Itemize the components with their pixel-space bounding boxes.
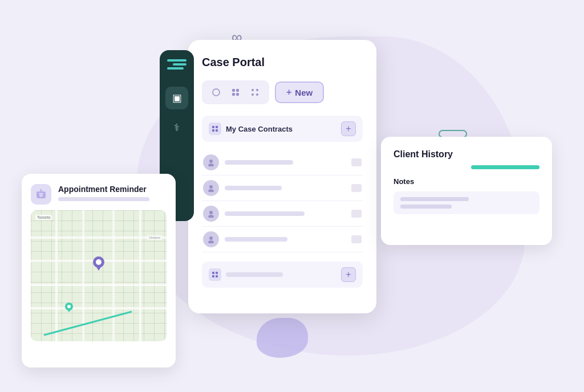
add-contract-button[interactable]: + — [341, 121, 356, 136]
street-v-1 — [55, 210, 58, 341]
svg-point-0 — [213, 89, 220, 96]
row-text-3 — [225, 211, 305, 216]
toolbar: + New — [202, 80, 363, 104]
svg-rect-12 — [216, 129, 218, 132]
svg-point-15 — [209, 185, 213, 189]
sidebar-logo — [167, 59, 186, 75]
list-item[interactable] — [202, 150, 363, 175]
logo-bar-2 — [173, 63, 186, 66]
map-area: Toronto Ontario — [31, 210, 167, 341]
svg-point-5 — [252, 89, 254, 91]
add-icon: + — [346, 124, 351, 134]
logo-bar-3 — [167, 67, 184, 70]
svg-rect-22 — [216, 272, 218, 274]
svg-point-32 — [96, 259, 102, 265]
toolbar-icon-2[interactable] — [228, 85, 243, 100]
svg-rect-1 — [232, 89, 235, 92]
svg-point-20 — [208, 240, 214, 243]
svg-marker-33 — [96, 266, 102, 271]
appointment-title: Appointment Reminder — [58, 185, 149, 194]
sidebar-item-health[interactable]: ⚕ — [165, 116, 188, 139]
street-h-1 — [31, 236, 167, 239]
map-label-toronto: Toronto — [35, 215, 52, 220]
logo-bar-1 — [167, 59, 186, 62]
avatar — [203, 231, 219, 247]
bot-icon — [31, 184, 51, 205]
svg-point-30 — [40, 189, 42, 190]
svg-rect-9 — [212, 126, 214, 128]
svg-point-13 — [209, 160, 213, 163]
street-h-3 — [31, 284, 167, 286]
svg-point-8 — [256, 93, 258, 96]
bottom-section: + — [202, 262, 363, 288]
svg-rect-11 — [212, 129, 214, 132]
svg-point-14 — [208, 164, 214, 166]
avatar — [203, 154, 219, 170]
client-history-card: Client History Notes — [381, 137, 552, 245]
svg-rect-23 — [212, 275, 214, 277]
appointment-title-group: Appointment Reminder — [58, 185, 149, 205]
svg-rect-21 — [212, 272, 214, 274]
svg-point-6 — [256, 89, 258, 91]
list-row-left — [203, 206, 305, 222]
document-icon: ▣ — [172, 92, 182, 104]
svg-point-16 — [208, 189, 214, 192]
case-portal-card: Case Portal — [188, 40, 376, 313]
appointment-header: Appointment Reminder — [31, 184, 167, 205]
bottom-icon — [209, 268, 221, 281]
list-item[interactable] — [202, 227, 363, 252]
health-icon: ⚕ — [174, 121, 180, 134]
notes-line-2 — [400, 205, 452, 209]
list-row-left — [203, 231, 287, 247]
row-text-1 — [225, 160, 293, 165]
list-item[interactable] — [202, 201, 363, 227]
avatar — [203, 180, 219, 196]
street-v-4 — [139, 210, 141, 341]
svg-rect-3 — [232, 93, 235, 96]
svg-rect-24 — [216, 275, 218, 277]
page-title: Case Portal — [202, 56, 363, 69]
toolbar-icon-1[interactable] — [209, 85, 224, 100]
new-button[interactable]: + New — [275, 81, 324, 103]
avatar — [203, 206, 219, 222]
map-streets — [31, 210, 167, 341]
map-label-1: Ontario — [147, 235, 162, 240]
new-plus-icon: + — [286, 87, 291, 97]
contract-list — [202, 150, 363, 252]
list-item[interactable] — [202, 175, 363, 201]
client-history-bar — [471, 165, 540, 169]
notes-title: Notes — [394, 177, 540, 186]
row-action-2 — [351, 184, 362, 192]
case-contracts-section: My Case Contracts + — [202, 116, 363, 142]
svg-point-17 — [209, 211, 213, 214]
section-title: My Case Contracts — [226, 125, 293, 133]
row-action-4 — [351, 235, 362, 243]
row-action-1 — [351, 158, 362, 166]
toolbar-icon-3[interactable] — [248, 85, 262, 100]
svg-rect-10 — [216, 126, 218, 128]
list-row-left — [203, 154, 293, 170]
street-v-2 — [82, 210, 84, 341]
svg-point-35 — [67, 305, 71, 308]
map-pin-secondary — [65, 303, 73, 315]
notes-content — [394, 191, 540, 214]
client-history-title: Client History — [394, 149, 540, 160]
new-button-label: New — [295, 88, 313, 97]
list-row-left — [203, 180, 282, 196]
svg-point-18 — [208, 215, 214, 218]
svg-rect-28 — [40, 195, 43, 197]
svg-point-19 — [209, 236, 213, 240]
toolbar-icon-group — [202, 80, 269, 104]
svg-rect-25 — [36, 191, 46, 198]
add-bottom-button[interactable]: + — [341, 267, 356, 282]
notes-line-1 — [400, 197, 469, 201]
row-text-2 — [225, 186, 282, 190]
svg-rect-4 — [236, 93, 239, 96]
appointment-reminder-card: Appointment Reminder — [22, 174, 176, 368]
appt-subtitle-1 — [58, 197, 149, 201]
svg-marker-36 — [67, 309, 71, 312]
add-bottom-icon: + — [346, 270, 351, 280]
row-text-4 — [225, 237, 287, 242]
sidebar-item-documents[interactable]: ▣ — [165, 87, 188, 109]
svg-rect-27 — [42, 193, 43, 195]
